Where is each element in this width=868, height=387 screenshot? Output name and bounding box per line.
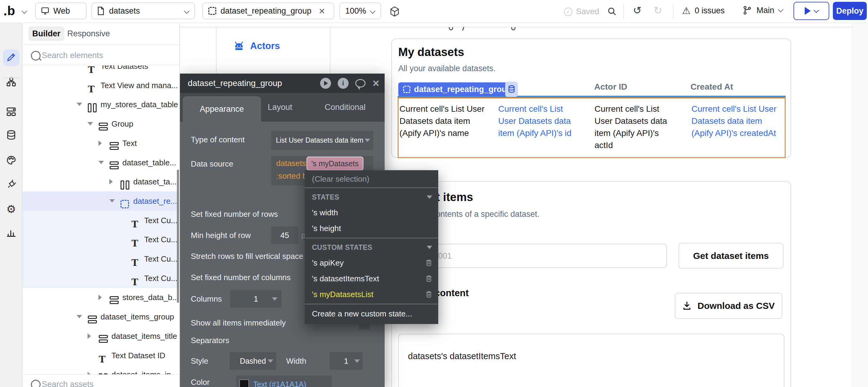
info-icon[interactable]: i (338, 78, 349, 89)
environment-selector[interactable]: Web (35, 2, 87, 20)
expression-token-selected[interactable]: 's myDatasets (307, 157, 364, 170)
plugin-icon[interactable] (6, 179, 17, 191)
table-cell[interactable]: Current cell's List User Datasets data i… (594, 103, 667, 152)
logs-icon[interactable] (6, 228, 17, 239)
min-height-input[interactable]: 45 (271, 226, 298, 244)
tree-expand-arrow[interactable] (76, 103, 82, 106)
tree-item[interactable]: Group (23, 114, 179, 133)
repeating-group-outline[interactable]: Current cell's List User Datasets data i… (398, 97, 786, 158)
pencil-icon[interactable] (6, 52, 17, 64)
tree-expand-arrow[interactable] (88, 122, 93, 125)
branch-selector[interactable]: Main (743, 5, 783, 15)
undo-icon[interactable]: ↺ (633, 4, 642, 17)
dropdown-item[interactable]: 's width (305, 205, 438, 221)
dataset-output-box[interactable]: datasets's datasetItemsText (398, 334, 784, 387)
workflow-icon[interactable] (6, 76, 17, 88)
tree-item[interactable]: Text (23, 133, 179, 153)
close-icon[interactable]: ✕ (372, 78, 380, 89)
get-dataset-items-button[interactable]: Get dataset items (678, 243, 783, 268)
table-cell[interactable]: Current cell's List User Datasets data i… (691, 103, 786, 139)
tab-layout[interactable]: Layout (268, 93, 292, 122)
dropdown-section-header[interactable]: CUSTOM STATES (305, 240, 438, 255)
deploy-button[interactable]: Deploy (833, 2, 867, 20)
table-cell[interactable]: Current cell's List User Datasets data i… (498, 103, 581, 139)
tree-item[interactable]: stores_data_b... (23, 288, 179, 307)
tab-conditional[interactable]: Conditional (325, 93, 366, 122)
separator-style-select[interactable]: Dashed (229, 352, 276, 370)
property-editor-header[interactable]: dataset_repeating_group i ✕ (180, 73, 384, 93)
tree-item[interactable]: dataset_ta... (23, 172, 179, 191)
tree-item-label: stores_data_b... (122, 293, 179, 302)
tree-item[interactable]: dataset_re... (23, 191, 179, 211)
tree-item[interactable]: TText Cu... (23, 249, 179, 268)
dropdown-section-header[interactable]: STATES (305, 190, 438, 205)
data-source-expression[interactable]: datasets (276, 159, 306, 168)
trash-icon[interactable] (426, 259, 432, 266)
tab-builder[interactable]: Builder (28, 26, 64, 41)
tree-item[interactable]: TText Cu... (23, 268, 179, 288)
component-library-icon[interactable] (390, 6, 400, 17)
type-of-content-select[interactable]: List User Datasets data item (271, 131, 373, 150)
data-source-badge[interactable] (505, 82, 518, 97)
color-value[interactable]: Text (#1A1A1A) (253, 380, 306, 387)
dropdown-item[interactable]: 's datasetItemsText (305, 271, 438, 287)
element-tab[interactable]: dataset_repeating_group ✕ (202, 2, 334, 20)
preview-button[interactable] (794, 2, 829, 20)
search-assets-input[interactable] (41, 378, 157, 387)
separator-color-select[interactable]: Text (#1A1A1A) (236, 376, 332, 387)
tree-item[interactable]: TText View and mana... (23, 76, 179, 95)
dropdown-item[interactable]: 's apiKey (305, 255, 438, 271)
comment-icon[interactable] (355, 79, 366, 88)
separator-width-select[interactable]: 1 (330, 352, 363, 370)
dropdown-item[interactable]: Create a new custom state... (305, 306, 438, 322)
columns-select[interactable]: 1 (230, 290, 282, 308)
tree-expand-arrow[interactable] (88, 372, 91, 374)
tree-expand-arrow[interactable] (98, 161, 104, 164)
sidebar-item-actors[interactable]: Actors (233, 40, 280, 52)
tree-item-label: Group (112, 119, 133, 129)
tree-item[interactable]: TText Datasets (23, 65, 179, 76)
tree-scrollbar[interactable] (177, 169, 179, 303)
tree-expand-arrow[interactable] (109, 199, 115, 202)
tree-item[interactable]: dataset_items_group (23, 307, 179, 326)
selected-element-badge[interactable]: dataset_repeating_group (398, 83, 517, 96)
tree-expand-arrow[interactable] (98, 295, 102, 300)
tree-expand-arrow[interactable] (76, 315, 82, 318)
zoom-selector[interactable]: 100% (339, 2, 381, 20)
tree-item[interactable]: dataset_items_in... (23, 365, 179, 374)
tree-item[interactable]: my_stores_data_table (23, 95, 179, 114)
trash-icon[interactable] (426, 275, 432, 282)
tab-appearance[interactable]: Appearance (183, 96, 261, 122)
chevron-down-icon[interactable] (22, 8, 27, 13)
palette-icon[interactable] (6, 155, 17, 166)
dropdown-item[interactable]: (Clear selection) (305, 172, 438, 186)
tree-item[interactable]: TText Cu... (23, 211, 179, 230)
deploy-label: Deploy (836, 6, 864, 16)
preview-element-icon[interactable] (320, 78, 331, 89)
dropdown-item[interactable]: 's myDatasetsList (305, 287, 438, 302)
table-cell[interactable]: Current cell's List User Datasets data i… (400, 103, 494, 139)
tree-expand-arrow[interactable] (98, 140, 102, 146)
search-elements-input[interactable] (41, 49, 157, 62)
data-source-expression-suffix[interactable]: :sorted b (276, 171, 307, 181)
tree-item[interactable]: dataset_items_title (23, 326, 179, 346)
tree-expand-arrow[interactable] (109, 179, 113, 185)
gear-icon[interactable]: ⚙ (6, 204, 16, 215)
dropdown-item[interactable]: 's height (305, 221, 438, 236)
tree-item[interactable]: TText Cu... (23, 230, 179, 249)
tree-item[interactable]: dataset_table... (23, 153, 179, 172)
redo-icon[interactable]: ↻ (654, 4, 662, 17)
tree-expand-arrow[interactable] (88, 333, 91, 339)
close-icon[interactable]: ✕ (319, 7, 325, 16)
download-csv-button[interactable]: Download as CSV (675, 293, 782, 319)
bubble-logo[interactable]: b (7, 4, 15, 18)
tree-item[interactable]: TText Dataset ID (23, 346, 179, 365)
dataset-id-input[interactable] (398, 244, 667, 268)
components-icon[interactable] (6, 106, 17, 118)
page-selector[interactable]: datasets (91, 2, 195, 20)
trash-icon[interactable] (426, 291, 432, 298)
issues-indicator[interactable]: ⚠ 0 issues (682, 5, 725, 17)
tab-responsive[interactable]: Responsive (67, 26, 110, 41)
database-icon[interactable] (6, 130, 17, 142)
search-icon[interactable] (607, 7, 617, 17)
